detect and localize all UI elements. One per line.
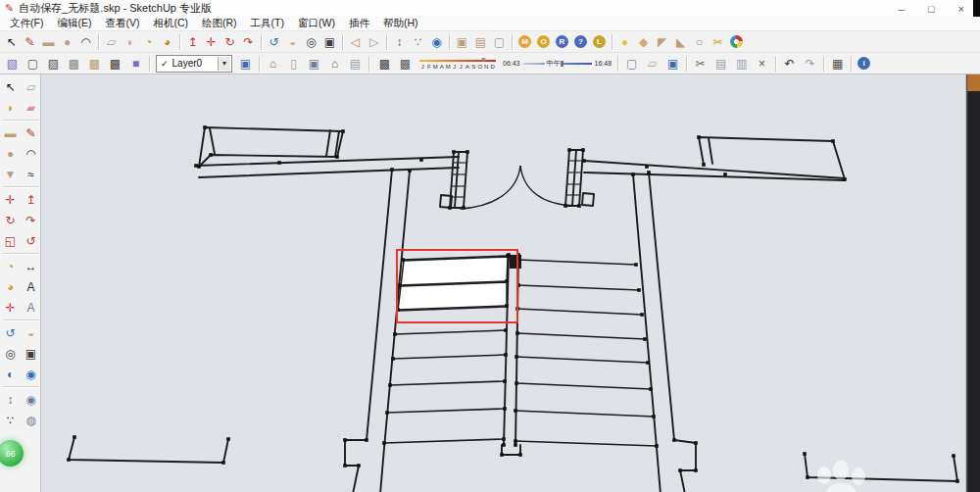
orbit-tool-icon[interactable]: ↺ bbox=[265, 32, 283, 51]
maximize-button[interactable]: □ bbox=[928, 3, 935, 15]
plugin-sphere-icon[interactable]: ● bbox=[615, 32, 634, 51]
cut-icon[interactable]: ✂ bbox=[690, 54, 710, 73]
rectangle-tool-icon[interactable]: ▬ bbox=[39, 32, 58, 51]
menu-view[interactable]: 查看(V) bbox=[98, 17, 146, 30]
redo-icon[interactable]: ↷ bbox=[800, 54, 820, 73]
followme-tool-icon[interactable]: ↷ bbox=[239, 32, 258, 51]
plugin-o-badge[interactable]: O bbox=[537, 35, 550, 48]
orbit-tool-icon[interactable]: ↺ bbox=[0, 322, 21, 343]
plugin-diamond-icon[interactable]: ◆ bbox=[634, 32, 653, 51]
look-around-icon[interactable]: ◉ bbox=[21, 389, 41, 410]
plugin-scissors-icon[interactable]: ✂ bbox=[709, 32, 727, 51]
plugin-ring-icon[interactable]: ○ bbox=[690, 32, 709, 51]
section-plane-icon[interactable]: ◍ bbox=[21, 410, 41, 430]
paint-bucket-tool-icon[interactable]: ◗ bbox=[121, 32, 139, 51]
arc-tool-icon[interactable]: ◠ bbox=[21, 143, 41, 164]
component-icon[interactable]: ▢ bbox=[490, 32, 509, 51]
shadow-settings-icon[interactable]: ▩ bbox=[374, 54, 395, 73]
menu-draw[interactable]: 绘图(R) bbox=[195, 17, 244, 30]
rotate-tool-icon[interactable]: ↻ bbox=[220, 32, 239, 51]
new-file-icon[interactable]: ▢ bbox=[621, 54, 642, 73]
layer-dropdown[interactable]: ✓ Layer0 ▾ bbox=[156, 55, 232, 73]
google-earth-icon[interactable]: ◉ bbox=[427, 32, 446, 51]
arc-tool-icon[interactable]: ◠ bbox=[76, 32, 95, 51]
walk-tool-icon[interactable]: ∵ bbox=[0, 410, 21, 430]
position-camera-icon[interactable]: ↕ bbox=[0, 389, 21, 410]
walk-tool-icon[interactable]: ∵ bbox=[409, 32, 427, 51]
plugin-cursor2-icon[interactable]: ◣ bbox=[671, 32, 690, 51]
zoom-extents-icon[interactable]: ▣ bbox=[320, 32, 339, 51]
select-tool-icon[interactable]: ↖ bbox=[2, 32, 21, 51]
plugin-swirl-icon[interactable] bbox=[730, 35, 743, 48]
select-tool-icon[interactable]: ↖ bbox=[0, 76, 21, 97]
model-house-icon[interactable]: ⌂ bbox=[263, 54, 283, 73]
style-hiddenline-icon[interactable]: ▨ bbox=[43, 54, 64, 73]
zoom-window-icon[interactable]: ▣ bbox=[21, 343, 41, 364]
protractor-tool-icon[interactable]: ◕ bbox=[0, 276, 21, 297]
line-tool-icon[interactable]: ✎ bbox=[21, 32, 39, 51]
zoom-previous-icon[interactable]: ◐ bbox=[0, 364, 21, 384]
print-icon[interactable]: ▦ bbox=[827, 54, 848, 73]
style-monochrome-icon[interactable]: ▩ bbox=[105, 54, 125, 73]
floor-plan-drawing[interactable] bbox=[41, 74, 980, 492]
dimension-tool-icon[interactable]: ↔ bbox=[21, 256, 41, 276]
shadow-time-slider[interactable] bbox=[523, 63, 545, 65]
eraser-tool-icon[interactable]: ▱ bbox=[102, 32, 121, 51]
circle-tool-icon[interactable]: ● bbox=[58, 32, 76, 51]
save-file-icon[interactable]: ▣ bbox=[662, 54, 683, 73]
freehand-tool-icon[interactable]: ≈ bbox=[21, 164, 41, 184]
paint-bucket-tool-icon[interactable]: ◗ bbox=[0, 97, 21, 118]
style-shaded-icon[interactable]: ▩ bbox=[64, 54, 84, 73]
polygon-tool-icon[interactable]: ▼ bbox=[0, 164, 21, 184]
get-models-icon[interactable]: ▣ bbox=[453, 32, 471, 51]
menu-window[interactable]: 窗口(W) bbox=[291, 17, 342, 30]
scale-tool-icon[interactable]: ◱ bbox=[0, 230, 21, 251]
copy-icon[interactable]: ▤ bbox=[710, 54, 731, 73]
eraser-pink-tool-icon[interactable]: ▰ bbox=[21, 97, 41, 118]
info-badge[interactable]: i bbox=[858, 57, 870, 70]
next-view-icon[interactable]: ▷ bbox=[365, 32, 383, 51]
rectangle-tool-icon[interactable]: ▬ bbox=[0, 123, 21, 143]
undo-icon[interactable]: ↶ bbox=[779, 54, 800, 73]
minimize-button[interactable]: – bbox=[899, 3, 905, 15]
shadow-toggle-icon[interactable]: ▩ bbox=[395, 54, 416, 73]
protractor-tool-icon[interactable]: ◕ bbox=[158, 32, 176, 51]
home-outline-icon[interactable]: ⌂ bbox=[324, 54, 345, 73]
move-tool-icon[interactable]: ✛ bbox=[0, 189, 21, 210]
tape-measure-tool-icon[interactable]: ◔ bbox=[139, 32, 158, 51]
offset-tool-icon[interactable]: ↺ bbox=[21, 230, 41, 251]
delete-icon[interactable]: × bbox=[752, 54, 772, 73]
move-tool-icon[interactable]: ✛ bbox=[202, 32, 220, 51]
plugin-cursor-icon[interactable]: ◤ bbox=[653, 32, 671, 51]
chevron-down-icon[interactable]: ▾ bbox=[218, 57, 230, 71]
save-model-icon[interactable]: ▣ bbox=[304, 54, 324, 73]
component-door-icon[interactable]: ▯ bbox=[283, 54, 304, 73]
plugin-r-badge[interactable]: R bbox=[556, 35, 568, 48]
menu-plugins[interactable]: 插件 bbox=[342, 17, 376, 30]
close-button[interactable]: × bbox=[958, 3, 964, 15]
zoom-extents-icon[interactable]: ◉ bbox=[21, 364, 41, 384]
open-file-icon[interactable]: ▱ bbox=[642, 54, 662, 73]
plugin-help-badge[interactable]: ? bbox=[574, 35, 587, 48]
style-xray-icon[interactable]: ▧ bbox=[2, 54, 23, 73]
menu-tools[interactable]: 工具(T) bbox=[244, 17, 291, 30]
pushpull-tool-icon[interactable]: ↥ bbox=[21, 189, 41, 210]
rotate-tool-icon[interactable]: ↻ bbox=[0, 210, 21, 230]
zoom-tool-icon[interactable]: ◎ bbox=[302, 32, 320, 51]
menu-help[interactable]: 帮助(H) bbox=[376, 17, 425, 30]
shadow-time-slider-handle[interactable] bbox=[563, 63, 592, 65]
text-tool-icon[interactable]: A bbox=[21, 276, 41, 297]
previous-view-icon[interactable]: ◁ bbox=[346, 32, 365, 51]
position-camera-icon[interactable]: ↕ bbox=[390, 32, 409, 51]
zoom-tool-icon[interactable]: ◎ bbox=[0, 343, 21, 364]
paste-icon[interactable]: ▥ bbox=[731, 54, 752, 73]
style-back-edges-icon[interactable]: ■ bbox=[125, 54, 146, 73]
pan-tool-icon[interactable]: ◒ bbox=[21, 322, 41, 343]
followme-tool-icon[interactable]: ↷ bbox=[21, 210, 41, 230]
circle-tool-icon[interactable]: ● bbox=[0, 143, 21, 164]
style-wireframe-icon[interactable]: ▢ bbox=[23, 54, 43, 73]
menu-file[interactable]: 文件(F) bbox=[3, 17, 50, 30]
pan-tool-icon[interactable]: ◒ bbox=[283, 32, 302, 51]
share-model-icon[interactable]: ▤ bbox=[471, 32, 490, 51]
style-textured-icon[interactable]: ▩ bbox=[84, 54, 105, 73]
